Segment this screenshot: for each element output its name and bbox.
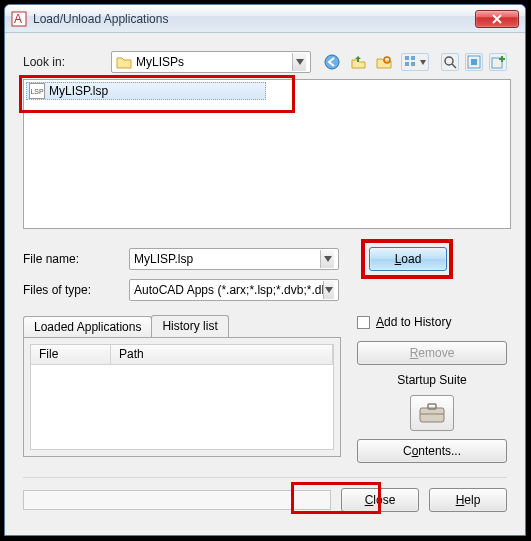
contents-label-pre: C — [403, 444, 412, 458]
contents-button[interactable]: Contents... — [357, 439, 507, 463]
filetype-combo[interactable]: AutoCAD Apps (*.arx;*.lsp;*.dvb;*.dbx;*.… — [129, 279, 339, 301]
svg-rect-4 — [405, 56, 409, 60]
svg-rect-14 — [428, 404, 436, 409]
filename-label: File name: — [23, 252, 123, 266]
filename-value: MyLISP.lsp — [134, 252, 193, 266]
look-in-label: Look in: — [23, 55, 105, 69]
folder-icon — [116, 54, 132, 70]
filetype-label: Files of type: — [23, 283, 123, 297]
tools-icon[interactable] — [465, 53, 483, 71]
right-toolbar — [441, 53, 507, 71]
help-label-rest: elp — [464, 493, 480, 507]
close-label-rest: lose — [373, 493, 395, 507]
look-in-value: MyLISPs — [136, 55, 288, 69]
filename-row: File name: MyLISP.lsp Load — [23, 247, 507, 271]
lsp-file-icon: LSP — [29, 83, 45, 99]
svg-line-9 — [452, 64, 456, 68]
dialog-body: Look in: MyLISPs — [5, 33, 525, 522]
svg-rect-13 — [420, 408, 444, 422]
tab-strip: Loaded Applications History list — [23, 315, 341, 337]
dropdown-arrow-icon[interactable] — [320, 250, 334, 268]
checkbox-box[interactable] — [357, 316, 370, 329]
status-bar — [23, 490, 331, 510]
side-column: Add to History Remove Startup Suite Cont… — [357, 315, 507, 463]
startup-suite-label: Startup Suite — [357, 373, 507, 387]
dialog-window: A Load/Unload Applications Look in: MyLI… — [4, 4, 526, 536]
title-text: Load/Unload Applications — [33, 12, 475, 26]
svg-rect-7 — [411, 62, 415, 66]
footer: Close Help — [23, 477, 507, 512]
add-to-history-checkbox[interactable]: Add to History — [357, 315, 507, 329]
tab-label: Loaded Applications — [34, 320, 141, 334]
nav-toolbar — [323, 53, 429, 71]
file-list[interactable]: LSP MyLISP.lsp — [23, 79, 511, 229]
lower-panel: Loaded Applications History list File Pa… — [23, 315, 507, 463]
remove-button[interactable]: Remove — [357, 341, 507, 365]
search-folder-icon[interactable] — [375, 53, 393, 71]
look-in-combo[interactable]: MyLISPs — [111, 51, 311, 73]
col-path[interactable]: Path — [111, 345, 333, 365]
load-label-rest: oad — [401, 252, 421, 266]
up-icon[interactable] — [349, 53, 367, 71]
col-file[interactable]: File — [31, 345, 111, 365]
svg-rect-11 — [471, 59, 477, 65]
tabs-area: Loaded Applications History list File Pa… — [23, 315, 341, 457]
window-close-button[interactable] — [475, 10, 519, 28]
titlebar[interactable]: A Load/Unload Applications — [5, 5, 525, 33]
views-icon[interactable] — [401, 53, 429, 71]
briefcase-icon — [418, 402, 446, 424]
svg-point-2 — [325, 55, 339, 69]
svg-rect-6 — [405, 62, 409, 66]
add-icon[interactable] — [489, 53, 507, 71]
close-button[interactable]: Close — [341, 488, 419, 512]
chk-label-rest: dd to History — [384, 315, 451, 329]
mnemonic: R — [410, 346, 419, 360]
app-icon: A — [11, 11, 27, 27]
filename-input[interactable]: MyLISP.lsp — [129, 248, 339, 270]
tab-label: History list — [162, 319, 217, 333]
find-file-icon[interactable] — [441, 53, 459, 71]
load-button[interactable]: Load — [369, 247, 447, 271]
help-button[interactable]: Help — [429, 488, 507, 512]
svg-point-8 — [445, 57, 453, 65]
file-picker: LSP MyLISP.lsp — [23, 79, 507, 229]
tab-body: File Path — [23, 337, 341, 457]
look-in-row: Look in: MyLISPs — [23, 51, 507, 73]
dropdown-arrow-icon[interactable] — [323, 281, 334, 299]
contents-label-post: ntents... — [418, 444, 461, 458]
mnemonic: A — [376, 315, 384, 329]
grid-header: File Path — [31, 345, 333, 365]
svg-text:A: A — [14, 12, 22, 26]
file-item-selected[interactable]: LSP MyLISP.lsp — [26, 82, 266, 100]
svg-rect-5 — [411, 56, 415, 60]
remove-label-rest: emove — [418, 346, 454, 360]
tab-history-list[interactable]: History list — [151, 315, 228, 337]
history-grid[interactable]: File Path — [30, 344, 334, 450]
startup-suite-button[interactable] — [410, 395, 454, 431]
filetype-row: Files of type: AutoCAD Apps (*.arx;*.lsp… — [23, 279, 507, 301]
back-icon[interactable] — [323, 53, 341, 71]
filetype-value: AutoCAD Apps (*.arx;*.lsp;*.dvb;*.dbx;*.… — [134, 283, 323, 297]
file-item-name: MyLISP.lsp — [49, 84, 108, 98]
dropdown-arrow-icon[interactable] — [292, 53, 306, 71]
tab-loaded-applications[interactable]: Loaded Applications — [23, 316, 152, 338]
